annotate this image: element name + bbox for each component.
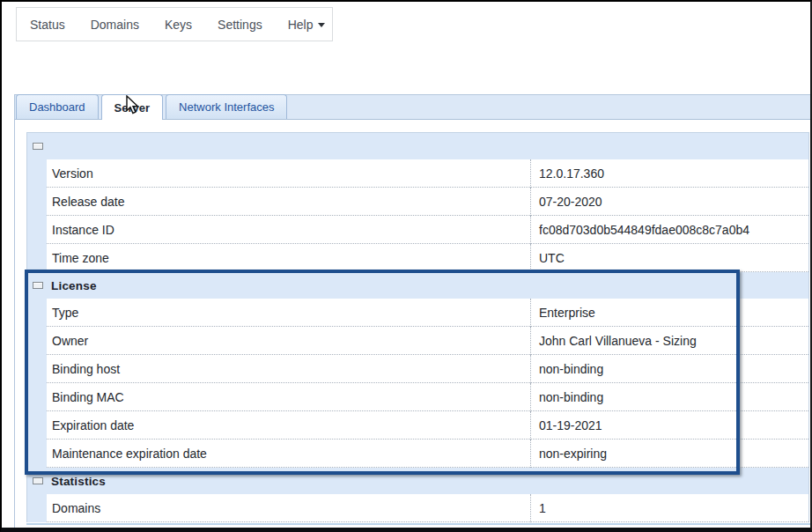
table-row[interactable]: Binding MACnon-binding	[27, 383, 808, 411]
nav-item-label: Settings	[218, 18, 262, 32]
tab-dashboard[interactable]: Dashboard	[16, 94, 99, 119]
table-row[interactable]: Release date07-20-2020	[27, 188, 808, 216]
table-row[interactable]: TypeEnterprise	[27, 299, 808, 327]
table-row[interactable]: Domains1	[27, 494, 808, 522]
property-value: non-expiring	[530, 440, 808, 468]
tab-panel-server: Version12.0.17.360Release date07-20-2020…	[14, 120, 812, 532]
property-label: Expiration date	[47, 411, 530, 440]
property-value: non-binding	[530, 355, 808, 383]
row-indent-gutter	[27, 411, 47, 440]
section-header-statistics[interactable]: Statistics	[27, 468, 808, 494]
row-indent-gutter	[27, 299, 47, 327]
row-indent-gutter	[27, 494, 47, 522]
caret-down-icon	[318, 23, 325, 27]
property-label: Time zone	[47, 244, 530, 272]
row-indent-gutter	[27, 327, 47, 355]
property-label: Owner	[47, 327, 530, 355]
table-row[interactable]: Time zoneUTC	[27, 244, 808, 272]
collapse-minus-icon[interactable]	[33, 477, 43, 484]
property-label: Type	[47, 299, 530, 327]
property-label: Domains	[47, 494, 530, 522]
table-row[interactable]: OwnerJohn Carl Villanueva - Sizing	[27, 327, 808, 355]
property-label: Version	[47, 159, 530, 188]
table-row[interactable]: Maintenance expiration datenon-expiring	[27, 440, 808, 468]
nav-item-label: Domains	[91, 18, 139, 32]
property-label: Release date	[47, 188, 530, 216]
nav-item-help[interactable]: Help	[288, 18, 326, 32]
property-value: John Carl Villanueva - Sizing	[530, 327, 808, 355]
row-indent-gutter	[27, 216, 47, 244]
table-row[interactable]: Version12.0.17.360	[27, 159, 808, 188]
nav-item-domains[interactable]: Domains	[91, 18, 139, 32]
nav-item-status[interactable]: Status	[30, 18, 65, 32]
table-row[interactable]: Instance IDfc08d703d0b544849fdae008c8c7a…	[27, 216, 808, 244]
property-value: UTC	[530, 244, 808, 272]
nav-item-label: Keys	[165, 18, 192, 32]
property-label: Maintenance expiration date	[47, 440, 530, 468]
property-label: Binding MAC	[47, 383, 530, 411]
property-value: fc08d703d0b544849fdae008c8c7a0b4	[530, 216, 808, 244]
section-header-general[interactable]	[27, 133, 808, 159]
collapse-minus-icon[interactable]	[33, 143, 43, 150]
property-value: 12.0.17.360	[530, 159, 808, 188]
tab-bar: DashboardServerNetwork Interfaces	[14, 94, 812, 120]
property-label: Instance ID	[47, 216, 530, 244]
table-row[interactable]: Expiration date01-19-2021	[27, 411, 808, 440]
server-properties-table: Version12.0.17.360Release date07-20-2020…	[26, 132, 809, 522]
table-row[interactable]: Binding hostnon-binding	[27, 355, 808, 383]
property-value: 01-19-2021	[530, 411, 808, 440]
row-indent-gutter	[27, 355, 47, 383]
row-indent-gutter	[27, 383, 47, 411]
row-indent-gutter	[27, 159, 47, 188]
nav-item-label: Help	[288, 18, 314, 32]
property-value: 07-20-2020	[530, 188, 808, 216]
row-indent-gutter	[27, 244, 47, 272]
nav-item-label: Status	[30, 18, 65, 32]
table-bottom-edge	[26, 523, 812, 525]
property-value: Enterprise	[530, 299, 808, 327]
section-header-license[interactable]: License	[27, 272, 808, 299]
row-indent-gutter	[27, 188, 47, 216]
tab-network-interfaces[interactable]: Network Interfaces	[166, 94, 287, 119]
row-indent-gutter	[27, 440, 47, 468]
property-value: 1	[530, 494, 808, 522]
nav-item-settings[interactable]: Settings	[218, 18, 262, 32]
collapse-minus-icon[interactable]	[33, 282, 43, 289]
top-navbar: StatusDomainsKeysSettingsHelp	[16, 7, 333, 41]
nav-item-keys[interactable]: Keys	[165, 18, 192, 32]
tab-server[interactable]: Server	[101, 94, 163, 120]
property-label: Binding host	[47, 355, 530, 383]
section-title: License	[51, 279, 97, 292]
section-title: Statistics	[51, 475, 106, 488]
property-value: non-binding	[530, 383, 808, 411]
